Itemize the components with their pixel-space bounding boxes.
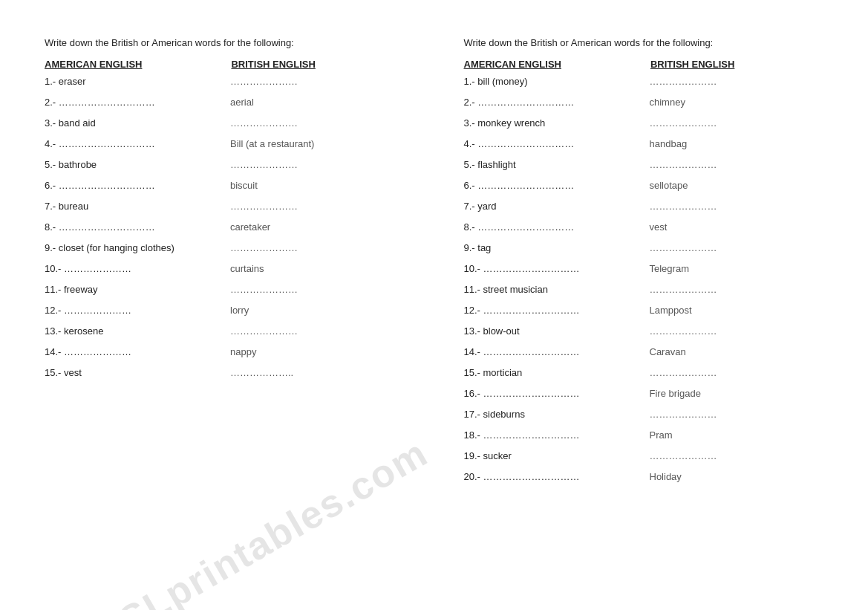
left-american-header: AMERICAN ENGLISH bbox=[45, 59, 142, 70]
list-item: 2.- ………………………… chimney bbox=[464, 97, 839, 113]
american-text: 8.- ………………………… bbox=[464, 221, 650, 233]
list-item: 20.- ………………………… Holiday bbox=[464, 471, 839, 487]
american-text: 20.- ………………………… bbox=[464, 471, 650, 482]
list-item: 5.- bathrobe ………………… bbox=[45, 159, 420, 175]
american-text: 2.- ………………………… bbox=[45, 97, 230, 108]
british-text: Bill (at a restaurant) bbox=[230, 138, 342, 149]
american-text: 16.- ………………………… bbox=[464, 388, 650, 399]
list-item: 8.- ………………………… caretaker bbox=[45, 221, 420, 238]
list-item: 4.- ………………………… Bill (at a restaurant) bbox=[45, 138, 420, 155]
british-text: ………………… bbox=[230, 117, 342, 129]
left-rows-container: 1.- eraser ………………… 2.- ………………………… aerial… bbox=[45, 76, 420, 383]
list-item: 4.- ………………………… handbag bbox=[464, 138, 839, 155]
british-text: Holiday bbox=[650, 471, 761, 482]
british-text: ………………… bbox=[650, 450, 761, 461]
british-text: ………………… bbox=[230, 242, 342, 253]
american-text: 11.- freeway bbox=[45, 284, 230, 295]
list-item: 14.- ………………………… Caravan bbox=[464, 346, 839, 363]
list-item: 12.- ………………… lorry bbox=[45, 305, 420, 321]
british-text: Pram bbox=[650, 429, 761, 441]
right-instruction: Write down the British or American words… bbox=[464, 37, 839, 48]
american-text: 9.- tag bbox=[464, 242, 650, 253]
british-text: ………………… bbox=[230, 159, 342, 170]
british-text: ………………… bbox=[650, 325, 761, 337]
american-text: 13.- blow-out bbox=[464, 325, 650, 337]
list-item: 7.- yard ………………… bbox=[464, 201, 839, 217]
american-text: 19.- sucker bbox=[464, 450, 650, 461]
american-text: 15.- mortician bbox=[464, 367, 650, 378]
british-text: ………………… bbox=[230, 325, 342, 337]
right-headers: AMERICAN ENGLISH BRITISH ENGLISH bbox=[464, 59, 839, 70]
list-item: 5.- flashlight ………………… bbox=[464, 159, 839, 175]
british-text: Telegram bbox=[650, 263, 761, 274]
british-text: ………………… bbox=[650, 117, 761, 129]
list-item: 9.- tag ………………… bbox=[464, 242, 839, 259]
list-item: 1.- eraser ………………… bbox=[45, 76, 420, 92]
american-text: 12.- ………………………… bbox=[464, 305, 650, 316]
american-text: 6.- ………………………… bbox=[45, 180, 230, 191]
right-rows-container: 1.- bill (money) ………………… 2.- ………………………… … bbox=[464, 76, 839, 487]
american-text: 9.- closet (for hanging clothes) bbox=[45, 242, 230, 253]
british-text: aerial bbox=[230, 97, 342, 108]
british-text: Fire brigade bbox=[650, 388, 761, 399]
list-item: 12.- ………………………… Lamppost bbox=[464, 305, 839, 321]
list-item: 13.- blow-out ………………… bbox=[464, 325, 839, 342]
american-text: 18.- ………………………… bbox=[464, 429, 650, 441]
left-british-header: BRITISH ENGLISH bbox=[231, 59, 327, 70]
american-text: 1.- eraser bbox=[45, 76, 230, 87]
list-item: 8.- ………………………… vest bbox=[464, 221, 839, 238]
list-item: 1.- bill (money) ………………… bbox=[464, 76, 839, 92]
american-text: 14.- ………………………… bbox=[464, 346, 650, 357]
list-item: 11.- street musician ………………… bbox=[464, 284, 839, 300]
page: Write down the British or American words… bbox=[0, 0, 868, 514]
american-text: 2.- ………………………… bbox=[464, 97, 650, 108]
list-item: 9.- closet (for hanging clothes) ………………… bbox=[45, 242, 420, 259]
british-text: vest bbox=[650, 221, 761, 233]
american-text: 10.- ………………………… bbox=[464, 263, 650, 274]
american-text: 17.- sideburns bbox=[464, 409, 650, 420]
american-text: 6.- ………………………… bbox=[464, 180, 650, 191]
right-section: Write down the British or American words… bbox=[464, 37, 839, 492]
american-text: 15.- vest bbox=[45, 367, 230, 378]
british-text: ………………… bbox=[230, 284, 342, 295]
british-text: lorry bbox=[230, 305, 342, 316]
british-text: Lamppost bbox=[650, 305, 761, 316]
american-text: 4.- ………………………… bbox=[464, 138, 650, 149]
list-item: 6.- ………………………… biscuit bbox=[45, 180, 420, 196]
american-text: 14.- ………………… bbox=[45, 346, 230, 357]
list-item: 3.- monkey wrench ………………… bbox=[464, 117, 839, 134]
american-text: 3.- band aid bbox=[45, 117, 230, 129]
british-text: biscuit bbox=[230, 180, 342, 191]
british-text: Caravan bbox=[650, 346, 761, 357]
british-text: ………………… bbox=[650, 367, 761, 378]
list-item: 19.- sucker ………………… bbox=[464, 450, 839, 467]
british-text: ………………… bbox=[650, 242, 761, 253]
list-item: 16.- ………………………… Fire brigade bbox=[464, 388, 839, 404]
british-text: ………………… bbox=[650, 201, 761, 212]
right-british-header: BRITISH ENGLISH bbox=[650, 59, 747, 70]
list-item: 18.- ………………………… Pram bbox=[464, 429, 839, 446]
left-instruction: Write down the British or American words… bbox=[45, 37, 420, 48]
american-text: 4.- ………………………… bbox=[45, 138, 230, 149]
british-text: ……………….. bbox=[230, 367, 342, 378]
american-text: 7.- yard bbox=[464, 201, 650, 212]
american-text: 5.- flashlight bbox=[464, 159, 650, 170]
list-item: 2.- ………………………… aerial bbox=[45, 97, 420, 113]
british-text: ………………… bbox=[650, 76, 761, 87]
british-text: caretaker bbox=[230, 221, 342, 233]
british-text: handbag bbox=[650, 138, 761, 149]
american-text: 3.- monkey wrench bbox=[464, 117, 650, 129]
left-headers: AMERICAN ENGLISH BRITISH ENGLISH bbox=[45, 59, 420, 70]
list-item: 14.- ………………… nappy bbox=[45, 346, 420, 363]
list-item: 6.- ………………………… sellotape bbox=[464, 180, 839, 196]
list-item: 10.- ………………………… Telegram bbox=[464, 263, 839, 279]
list-item: 15.- vest ……………….. bbox=[45, 367, 420, 383]
list-item: 13.- kerosene ………………… bbox=[45, 325, 420, 342]
british-text: sellotape bbox=[650, 180, 761, 191]
american-text: 5.- bathrobe bbox=[45, 159, 230, 170]
american-text: 10.- ………………… bbox=[45, 263, 230, 274]
british-text: ………………… bbox=[230, 201, 342, 212]
british-text: ………………… bbox=[650, 284, 761, 295]
right-american-header: AMERICAN ENGLISH bbox=[464, 59, 561, 70]
american-text: 1.- bill (money) bbox=[464, 76, 650, 87]
